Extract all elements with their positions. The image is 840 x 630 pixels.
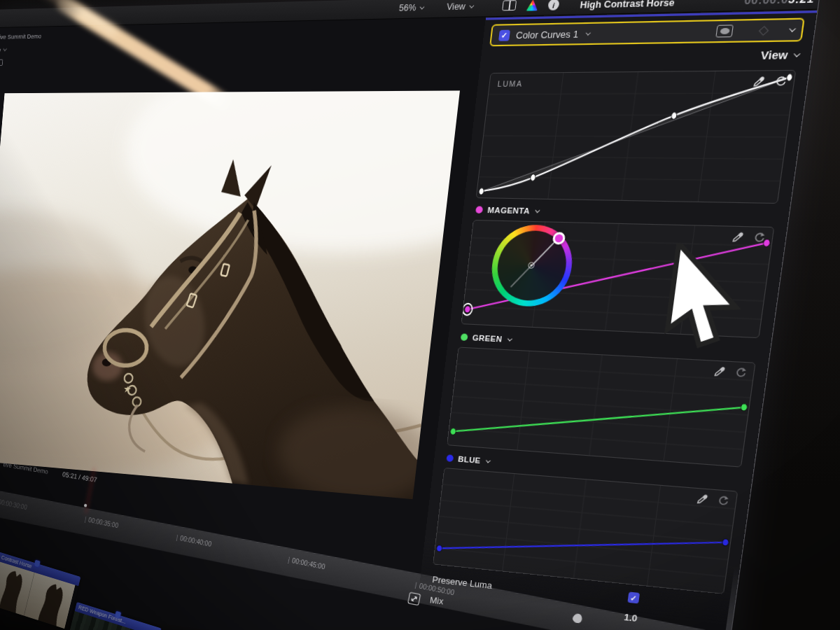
luma-label: LUMA	[497, 79, 523, 88]
viewer-view-label: View	[446, 1, 465, 12]
chevron-down-icon	[4, 46, 8, 51]
color-triangle-icon	[526, 0, 538, 11]
browser-icon[interactable]	[0, 59, 3, 66]
blue-label: BLUE	[458, 455, 482, 465]
preserve-luma-label: Preserve Luma	[432, 574, 493, 591]
browser-view-menu[interactable]: View	[0, 46, 6, 54]
mix-slider-thumb[interactable]	[571, 612, 584, 624]
ruler-timecode: |00:00:40:00	[176, 534, 212, 548]
inspector-view-menu[interactable]: View	[760, 48, 799, 62]
chevron-down-icon	[794, 50, 801, 57]
chevron-down-icon	[536, 207, 540, 212]
ruler-timecode: |00:00:45:00	[287, 556, 326, 570]
ruler-timecode: |00:00:30:00	[0, 498, 27, 511]
effect-row-color-curves[interactable]: ✓ Color Curves 1	[489, 18, 805, 46]
magenta-tools	[732, 231, 766, 244]
blue-curve-panel[interactable]	[433, 468, 738, 594]
chevron-down-icon	[507, 336, 512, 341]
blue-section-header[interactable]: BLUE	[446, 454, 489, 465]
monitor-screen: 56% View i High Contrast Horse 00:00:05:…	[0, 0, 820, 630]
index-button[interactable]	[502, 0, 517, 10]
luma-curve-panel[interactable]: LUMA	[476, 70, 797, 204]
timecode-display: 00:00:05:21	[743, 0, 815, 6]
preserve-luma-checkbox[interactable]: ✓	[627, 592, 640, 603]
chevron-down-icon[interactable]	[789, 25, 796, 32]
green-label: GREEN	[472, 333, 503, 343]
green-tools	[713, 365, 747, 379]
info-inspector-button[interactable]: i	[547, 0, 559, 10]
film-strip-icon	[502, 0, 517, 10]
magenta-section-header[interactable]: MAGENTA	[475, 205, 539, 215]
mix-value: 1.0	[624, 612, 638, 624]
viewer-zoom-value: 56%	[398, 3, 416, 13]
mouse-cursor-icon	[547, 240, 840, 360]
green-section-header[interactable]: GREEN	[461, 332, 512, 344]
chevron-down-icon	[420, 4, 425, 9]
eyedropper-icon[interactable]	[713, 365, 727, 377]
reset-icon[interactable]	[774, 76, 787, 88]
viewer-zoom-menu[interactable]: 56%	[398, 3, 424, 13]
shape-mask-icon[interactable]	[715, 24, 734, 37]
chevron-down-icon	[585, 30, 590, 36]
effect-name: Color Curves 1	[515, 28, 579, 41]
luma-tools	[752, 76, 788, 88]
horse-image	[0, 90, 460, 499]
ruler-timecode: |00:00:35:00	[84, 516, 119, 529]
eyedropper-icon[interactable]	[752, 76, 766, 88]
browser-project-label: ative Summit Demo	[0, 32, 42, 41]
eyedropper-icon[interactable]	[732, 231, 745, 243]
info-icon: i	[547, 0, 559, 10]
blue-dot-icon	[446, 454, 454, 462]
chevron-down-icon	[486, 458, 491, 463]
green-curve-panel[interactable]	[447, 347, 755, 468]
green-dot-icon	[461, 333, 468, 341]
viewer-view-menu[interactable]: View	[446, 1, 472, 13]
magenta-curve-panel[interactable]	[461, 220, 774, 338]
reset-icon[interactable]	[752, 232, 766, 244]
mix-label: Mix	[429, 595, 444, 607]
reset-icon[interactable]	[734, 367, 748, 379]
keyframe-diamond-icon[interactable]	[759, 25, 769, 35]
magenta-dot-icon	[475, 206, 483, 214]
effect-enable-checkbox[interactable]: ✓	[498, 29, 510, 41]
inspector-view-label: View	[760, 48, 789, 62]
chevron-down-icon	[469, 3, 474, 8]
clip-red-weapon-forest[interactable]: RED Weapon Forest...	[66, 602, 162, 630]
inspector-panel: ✓ Color Curves 1 View LUMA MAGENTA	[416, 10, 818, 630]
viewer-video-frame	[0, 90, 460, 499]
timecode-bright: 5:21	[788, 0, 815, 6]
clip-high-contrast-horse[interactable]: h Contrast Horse	[0, 551, 80, 630]
magenta-label: MAGENTA	[487, 206, 531, 216]
eyedropper-icon[interactable]	[696, 493, 709, 505]
browser-view-label: View	[0, 46, 1, 54]
clip-title: High Contrast Horse	[580, 0, 676, 10]
color-correction-button[interactable]	[526, 0, 538, 11]
timecode-dim: 00:00:0	[743, 0, 789, 6]
reset-icon[interactable]	[717, 495, 730, 507]
